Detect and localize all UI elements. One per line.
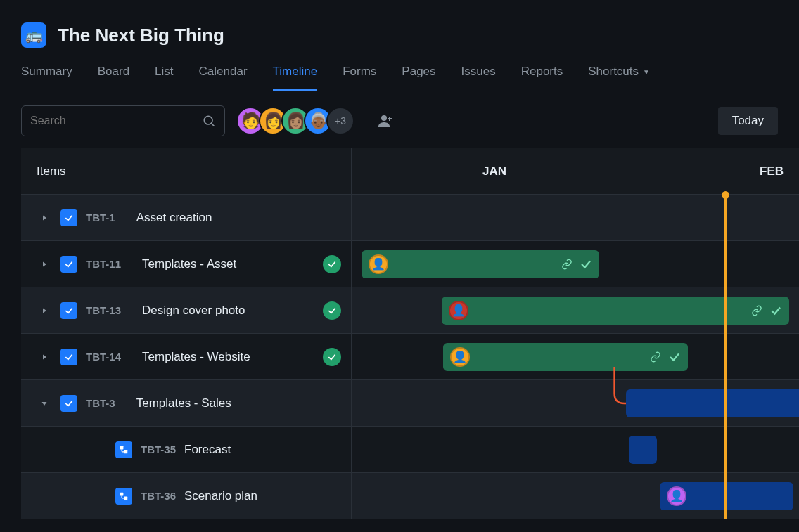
month-label: FEB	[760, 164, 784, 179]
items-column-header: Items	[21, 148, 352, 194]
avatar-overflow[interactable]: +3	[326, 107, 354, 135]
search-icon	[202, 114, 216, 128]
svg-line-1	[212, 124, 215, 126]
status-done-icon	[323, 301, 341, 320]
tab-board[interactable]: Board	[98, 65, 129, 91]
check-icon	[668, 351, 681, 363]
today-button[interactable]: Today	[718, 107, 778, 135]
tab-issues[interactable]: Issues	[461, 65, 496, 91]
issue-type-icon	[60, 395, 77, 412]
tab-list[interactable]: List	[155, 65, 173, 91]
svg-rect-6	[124, 496, 128, 500]
assignee-avatar[interactable]: 👤	[667, 486, 686, 506]
issue-key[interactable]: TBT-11	[86, 258, 121, 270]
issue-title[interactable]: Design cover photo	[142, 304, 245, 318]
subtask-icon	[115, 488, 132, 505]
svg-rect-3	[120, 446, 124, 449]
timeline-row: TBT-36Scenario plan👤	[21, 473, 799, 519]
tab-timeline[interactable]: Timeline	[273, 65, 318, 91]
assignee-avatar[interactable]: 👤	[449, 301, 468, 320]
issue-title[interactable]: Templates - Asset	[142, 257, 236, 271]
chevron-down-icon: ▼	[643, 68, 650, 76]
month-label: JAN	[482, 164, 506, 179]
timeline-bar[interactable]: 👤	[442, 297, 789, 325]
assignee-avatar[interactable]: 👤	[369, 254, 388, 274]
tab-pages[interactable]: Pages	[402, 65, 435, 91]
timeline-bar[interactable]: 👤	[443, 343, 688, 371]
assignee-avatar[interactable]: 👤	[450, 347, 470, 367]
issue-title[interactable]: Templates - Website	[142, 350, 250, 364]
tab-shortcuts[interactable]: Shortcuts▼	[588, 65, 650, 91]
search-input-wrapper[interactable]	[21, 105, 225, 136]
issue-key[interactable]: TBT-13	[86, 304, 121, 316]
issue-key[interactable]: TBT-35	[141, 443, 176, 455]
issue-title[interactable]: Scenario plan	[184, 489, 257, 503]
issue-key[interactable]: TBT-1	[86, 212, 115, 223]
issue-type-icon	[60, 209, 77, 226]
timeline-row: TBT-35Forecast	[21, 427, 799, 473]
status-done-icon	[323, 255, 341, 273]
svg-rect-4	[124, 450, 128, 453]
expand-toggle[interactable]	[37, 214, 52, 222]
issue-title[interactable]: Forecast	[184, 443, 231, 457]
timeline-row: TBT-11Templates - Asset👤	[21, 241, 799, 287]
nav-tabs: SummaryBoardListCalendarTimelineFormsPag…	[21, 65, 778, 91]
issue-key[interactable]: TBT-14	[86, 351, 121, 363]
svg-point-2	[381, 115, 387, 121]
add-user-button[interactable]	[371, 107, 400, 135]
expand-toggle[interactable]	[37, 260, 52, 268]
tab-forms[interactable]: Forms	[343, 65, 376, 91]
issue-key[interactable]: TBT-36	[141, 490, 176, 502]
timeline-bar[interactable]: 👤	[660, 482, 793, 510]
status-done-icon	[323, 348, 341, 366]
expand-toggle[interactable]	[37, 353, 52, 361]
issue-type-icon	[60, 256, 77, 273]
issue-key[interactable]: TBT-3	[86, 397, 115, 409]
link-icon[interactable]	[650, 351, 661, 363]
timeline-bar[interactable]	[629, 436, 657, 464]
search-input[interactable]	[30, 115, 202, 127]
timeline-row: TBT-3Templates - Sales	[21, 380, 799, 427]
timeline-row: TBT-14Templates - Website👤	[21, 334, 799, 380]
subtask-icon	[115, 441, 132, 458]
timeline-row: TBT-13Design cover photo👤	[21, 287, 799, 334]
timeline-row: TBT-1Asset creation	[21, 195, 799, 241]
issue-title[interactable]: Templates - Sales	[136, 396, 231, 410]
timeline-header: JANFEB	[352, 148, 799, 194]
issue-type-icon	[60, 349, 77, 365]
link-icon[interactable]	[561, 259, 573, 270]
link-icon[interactable]	[751, 305, 762, 316]
svg-point-0	[204, 116, 212, 124]
tab-reports[interactable]: Reports	[521, 65, 563, 91]
add-user-icon	[377, 112, 394, 129]
expand-toggle[interactable]	[37, 399, 52, 408]
page-title: The Next Big Thing	[58, 25, 224, 46]
timeline-bar[interactable]	[626, 389, 799, 417]
avatar-stack: 🧑 👩 👩🏽 👵🏾 +3	[236, 107, 354, 135]
tab-summary[interactable]: Summary	[21, 65, 72, 91]
issue-type-icon	[60, 302, 77, 319]
issue-title[interactable]: Asset creation	[136, 211, 212, 225]
svg-rect-5	[120, 492, 124, 495]
expand-toggle[interactable]	[37, 306, 52, 315]
tab-calendar[interactable]: Calendar	[199, 65, 248, 91]
timeline-bar[interactable]: 👤	[362, 250, 599, 278]
project-icon: 🚌	[21, 22, 46, 48]
check-icon	[580, 258, 592, 271]
check-icon	[769, 304, 782, 317]
